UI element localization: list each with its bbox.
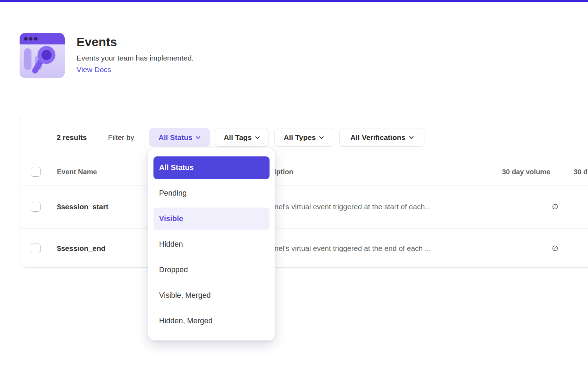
status-filter-button[interactable]: All Status xyxy=(149,128,210,147)
chevron-down-icon xyxy=(255,136,260,139)
toolbar-divider xyxy=(98,131,98,144)
types-filter-label: All Types xyxy=(284,133,316,142)
verifications-filter-label: All Verifications xyxy=(350,133,406,142)
column-header-30d-partial[interactable]: 30 d xyxy=(574,158,588,186)
tags-filter-button[interactable]: All Tags xyxy=(215,128,268,147)
table-header-row: Event Name Description 30 day volume 30 … xyxy=(20,158,588,185)
column-header-30-day-volume[interactable]: 30 day volume xyxy=(439,158,550,186)
event-description: Mixpanel's virtual event triggered at th… xyxy=(255,228,431,268)
topbar-accent-strip xyxy=(0,0,588,2)
status-filter-label: All Status xyxy=(159,133,193,142)
dropdown-item-visible-merged[interactable]: Visible, Merged xyxy=(153,284,270,307)
tags-filter-label: All Tags xyxy=(224,133,252,142)
dropdown-item-visible[interactable]: Visible xyxy=(153,207,270,230)
event-30-day-volume: ∅ xyxy=(439,185,558,228)
page-subtitle: Events your team has implemented. xyxy=(77,54,194,62)
event-name-link[interactable]: $session_start xyxy=(57,185,108,228)
view-docs-link[interactable]: View Docs xyxy=(77,65,111,74)
page-header: Events Events your team has implemented.… xyxy=(20,33,194,78)
chevron-down-icon xyxy=(196,136,200,139)
dropdown-item-pending[interactable]: Pending xyxy=(153,182,270,205)
column-header-event-name[interactable]: Event Name xyxy=(57,158,97,186)
event-30-day-volume: ∅ xyxy=(439,228,558,268)
types-filter-button[interactable]: All Types xyxy=(274,128,333,147)
results-count: 2 results xyxy=(57,128,87,147)
row-checkbox[interactable] xyxy=(31,244,41,253)
dropdown-item-hidden-merged[interactable]: Hidden, Merged xyxy=(153,310,270,332)
event-name-link[interactable]: $session_end xyxy=(57,228,106,268)
table-row: $session_end Mixpanel's virtual event tr… xyxy=(20,228,588,268)
row-checkbox[interactable] xyxy=(31,202,41,212)
page-title: Events xyxy=(77,35,194,49)
dropdown-item-hidden[interactable]: Hidden xyxy=(153,233,270,256)
events-browser-chart-magnifier-icon xyxy=(20,33,65,78)
dropdown-item-all-status[interactable]: All Status xyxy=(153,156,270,179)
filter-by-label: Filter by xyxy=(108,128,134,147)
select-all-checkbox[interactable] xyxy=(31,167,41,177)
chevron-down-icon xyxy=(319,136,324,139)
event-description: Mixpanel's virtual event triggered at th… xyxy=(255,185,431,228)
events-table-card: 2 results Filter by All Status All Tags … xyxy=(20,113,588,268)
status-dropdown-menu: All Status Pending Visible Hidden Droppe… xyxy=(148,148,275,340)
verifications-filter-button[interactable]: All Verifications xyxy=(339,128,424,147)
chevron-down-icon xyxy=(409,136,414,139)
table-row: $session_start Mixpanel's virtual event … xyxy=(20,185,588,228)
dropdown-item-dropped[interactable]: Dropped xyxy=(153,259,270,281)
